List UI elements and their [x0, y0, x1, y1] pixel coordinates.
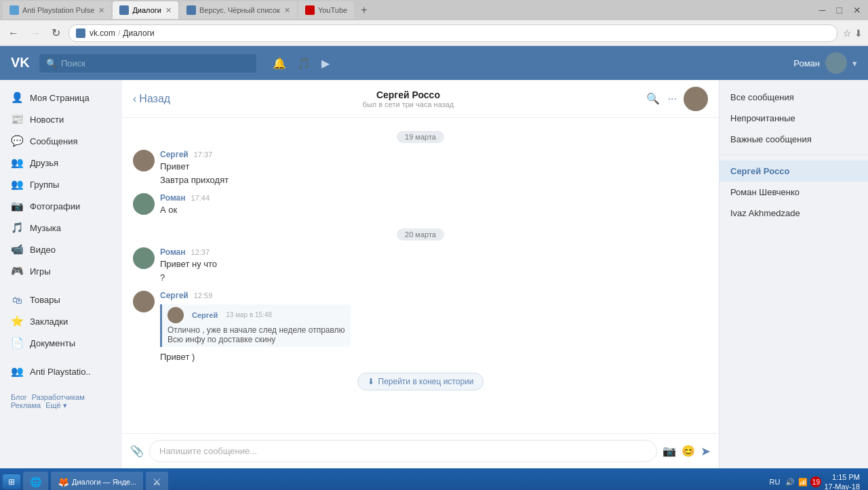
footer-dev-link[interactable]: Разработчикам	[32, 393, 85, 401]
vk-header-user[interactable]: Роман ▾	[793, 52, 857, 74]
tab-versus[interactable]: Версус. Чёрный список ✕	[180, 1, 297, 19]
taskbar-button-1[interactable]: 🌐	[23, 472, 48, 490]
forward-button[interactable]: →	[27, 24, 43, 42]
tab-close-3[interactable]: ✕	[284, 6, 290, 15]
taskbar-icon-1: 🌐	[30, 476, 41, 487]
contact-item-sergei[interactable]: Сергей Росcо	[719, 161, 868, 182]
msg-content: Сергей 17:37 Привет Завтра приходят	[160, 150, 229, 186]
sidebar-item-groups[interactable]: 👥 Группы	[0, 173, 122, 195]
footer-more-link[interactable]: Ещё ▾	[45, 401, 67, 409]
notifications-icon[interactable]: 🔔	[273, 57, 286, 70]
sidebar-item-friends[interactable]: 👥 Друзья	[0, 152, 122, 173]
tray-locale: RU	[770, 478, 781, 486]
footer-blog-link[interactable]: Блог	[11, 393, 27, 401]
message-row-quoted: Сергей 12:59 Сергей 13 мар в 15:48 Отлич…	[133, 291, 708, 363]
vk-logo[interactable]: VK	[11, 56, 31, 70]
sidebar-item-docs[interactable]: 📄 Документы	[0, 332, 122, 354]
sidebar-item-news[interactable]: 📰 Новости	[0, 108, 122, 130]
sidebar-item-goods[interactable]: 🛍 Товары	[0, 289, 122, 310]
tray-notification-badge: 19	[810, 476, 821, 487]
taskbar-icon-3: ⚔	[153, 476, 161, 487]
url-path: Диалоги	[123, 28, 154, 38]
windows-logo-icon: ⊞	[8, 477, 15, 487]
bookmarks-icon: ⭐	[11, 315, 23, 327]
browser-chrome: Anti Playstation Pulse ✕ Диалоги ✕ Версу…	[0, 0, 868, 46]
chat-more-icon[interactable]: ···	[668, 93, 677, 105]
tab-close-2[interactable]: ✕	[165, 6, 172, 15]
photos-icon: 📷	[11, 200, 23, 212]
send-button[interactable]: ➤	[701, 444, 711, 459]
tab-bar: Anti Playstation Pulse ✕ Диалоги ✕ Версу…	[0, 0, 868, 20]
taskbar-tray: RU 🔊 📶 19 1:15 PM 17-May-18	[764, 472, 865, 490]
video-icon[interactable]: ▶	[321, 57, 330, 70]
close-button[interactable]: ✕	[849, 3, 865, 17]
quote-avatar	[167, 307, 184, 323]
taskbar-button-3[interactable]: ⚔	[146, 472, 168, 490]
sidebar-item-my-page[interactable]: 👤 Моя Страница	[0, 87, 122, 108]
video-sidebar-icon: 📹	[11, 243, 23, 256]
attach-icon[interactable]: 📎	[130, 445, 144, 457]
camera-icon[interactable]: 📷	[663, 445, 676, 457]
svg-text:VK: VK	[11, 56, 30, 70]
msg-time: 12:37	[191, 248, 210, 256]
search-icon: 🔍	[46, 58, 57, 68]
refresh-button[interactable]: ↻	[49, 24, 63, 42]
chat-contact-name: Сергей Росcо	[177, 89, 639, 100]
msg-content: Роман 12:37 Привет ну что ?	[160, 247, 217, 284]
restore-button[interactable]: □	[833, 3, 846, 17]
search-input[interactable]	[61, 58, 250, 68]
msg-text: Привет ну что	[160, 258, 217, 270]
vk-main: 👤 Моя Страница 📰 Новости 💬 Сообщения 👥 Д…	[0, 80, 868, 468]
jump-down-icon: ⬇	[368, 377, 374, 386]
footer-ads-link[interactable]: Реклама	[11, 401, 41, 409]
tab-dialogi[interactable]: Диалоги ✕	[113, 1, 178, 19]
sidebar-footer: Блог Разработчикам Реклама Ещё ▾	[0, 382, 122, 421]
quote-text: Всю инфу по доставке скину	[167, 335, 345, 344]
msg-avatar-roman	[133, 193, 155, 215]
games-icon: 🎮	[11, 265, 23, 277]
sidebar-item-bookmarks[interactable]: ⭐ Закладки	[0, 310, 122, 332]
tab-icon-vk	[119, 5, 129, 15]
vk-header-icons: 🔔 🎵 ▶	[273, 57, 330, 70]
bookmark-star-icon[interactable]: ☆	[843, 28, 852, 39]
quote-text: Отлично , уже в начале след неделе отпра…	[167, 325, 345, 335]
vk-search-wrap: 🔍	[39, 54, 256, 73]
chat-search-icon[interactable]: 🔍	[646, 92, 660, 105]
download-icon[interactable]: ⬇	[854, 28, 863, 39]
start-button[interactable]: ⊞	[3, 474, 20, 489]
music-icon: 🎵	[11, 222, 23, 234]
sidebar-item-photos[interactable]: 📷 Фотографии	[0, 195, 122, 217]
sidebar-item-video[interactable]: 📹 Видео	[0, 239, 122, 260]
contact-item-ivaz[interactable]: Ivaz Akhmedzade	[719, 203, 868, 224]
sidebar-item-messages[interactable]: 💬 Сообщения	[0, 130, 122, 152]
audio-icon[interactable]: 🎵	[297, 57, 311, 70]
user-dropdown-icon[interactable]: ▾	[852, 58, 857, 68]
vk-search[interactable]: 🔍	[39, 54, 256, 73]
message-input[interactable]	[149, 440, 657, 462]
category-important[interactable]: Важные сообщения	[719, 129, 868, 150]
tab-close-1[interactable]: ✕	[98, 6, 104, 15]
category-all-messages[interactable]: Все сообщения	[719, 87, 868, 108]
new-tab-button[interactable]: +	[355, 4, 372, 16]
back-button[interactable]: ←	[5, 24, 22, 42]
chat-back-button[interactable]: ‹ Назад	[133, 93, 170, 105]
msg-time: 17:37	[194, 150, 213, 159]
tab-youtube[interactable]: YouTube	[298, 1, 354, 19]
category-unread[interactable]: Непрочитанные	[719, 108, 868, 129]
msg-text: Завтра приходят	[160, 174, 229, 186]
emoji-icon[interactable]: 😊	[682, 445, 695, 457]
sidebar-item-antiplay[interactable]: 👥 Anti Playstatio..	[0, 361, 122, 382]
jump-to-end-button[interactable]: ⬇ Перейти в конец истории	[357, 373, 484, 390]
sidebar-item-music[interactable]: 🎵 Музыка	[0, 217, 122, 239]
minimize-button[interactable]: ─	[815, 3, 830, 17]
chat-messages: 19 марта Сергей 17:37 Привет Завтра прих…	[122, 118, 719, 433]
taskbar-button-2[interactable]: 🦊 Диалоги — Янде...	[51, 472, 143, 490]
msg-text: А ок	[160, 204, 210, 216]
tab-anti-playstation[interactable]: Anti Playstation Pulse ✕	[3, 1, 111, 19]
sidebar-item-games[interactable]: 🎮 Игры	[0, 260, 122, 282]
address-bar: ← → ↻ vk.com / Диалоги ☆ ⬇	[0, 20, 868, 46]
url-bar[interactable]: vk.com / Диалоги	[68, 24, 837, 42]
taskbar: ⊞ 🌐 🦊 Диалоги — Янде... ⚔ RU 🔊 📶 19 1:15…	[0, 468, 868, 490]
contact-item-roman[interactable]: Роман Шевченко	[719, 182, 868, 203]
msg-avatar-sergei2	[133, 291, 155, 312]
